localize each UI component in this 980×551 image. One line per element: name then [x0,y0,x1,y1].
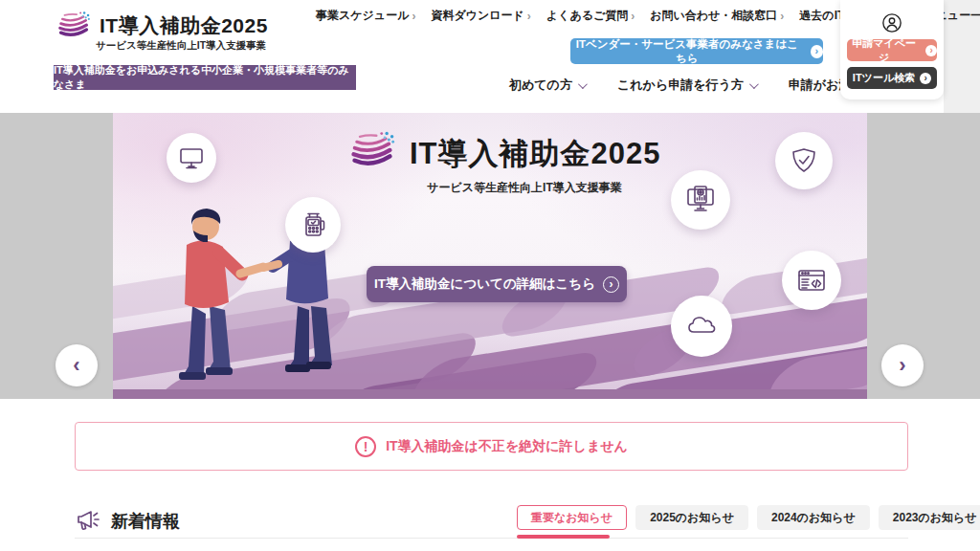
site-subtitle: サービス等生産性向上IT導入支援事業 [96,39,345,53]
active-tab-indicator [517,535,610,539]
audience-nav-apply[interactable]: これから申請を行う方 [617,77,756,94]
utility-panel: 申請マイページ › ITツール検索 › [840,0,944,99]
pos-terminal-icon [285,197,341,253]
chevron-right-icon: › [780,10,784,23]
top-nav-downloads[interactable]: 資料ダウンロード › [431,8,530,24]
arrow-right-circle-icon: › [920,73,931,84]
top-nav-faq[interactable]: よくあるご質問 › [546,8,635,24]
news-section-header: 新着情報 [75,507,180,536]
tab-2024-news[interactable]: 2024のお知らせ [757,505,870,530]
cloud-icon [671,296,732,357]
swirl-logo-icon [54,8,94,44]
applicant-banner-button[interactable]: IT導入補助金をお申込みされる中小企業・小規模事業者等のみなさま [54,65,356,90]
fraud-warning-banner[interactable]: ! IT導入補助金は不正を絶対に許しません [75,422,908,471]
user-account-icon[interactable] [881,12,902,33]
chevron-right-icon: › [412,10,415,23]
swirl-logo-icon [343,126,402,176]
tab-2025-news[interactable]: 2025のお知らせ [635,505,748,530]
page: IT導入補助金2025 サービス等生産性向上IT導入支援事業 IT導入補助金をお… [0,0,980,551]
hero-detail-button[interactable]: IT導入補助金についての詳細はこちら › [367,266,627,302]
chevron-right-icon: › [527,10,531,23]
site-title: IT導入補助金2025 [100,12,268,39]
chevron-down-icon [578,79,588,89]
arrow-right-circle-icon: › [925,45,937,56]
megaphone-icon [75,507,101,536]
tab-2023-news[interactable]: 2023のお知らせ [879,505,980,530]
chevron-right-icon: › [631,10,635,23]
tool-search-button[interactable]: ITツール検索 › [847,67,937,89]
top-nav-schedule[interactable]: 事業スケジュール › [316,8,415,24]
vendor-button[interactable]: ITベンダー・サービス事業者のみなさまはこちら › [570,38,823,64]
hero-subtitle: サービス等生産性向上IT導入支援事業 [410,180,639,196]
arrow-right-icon: › [899,353,905,378]
news-section-title: 新着情報 [111,510,180,533]
arrow-right-circle-icon: › [811,45,823,58]
news-divider [75,538,908,539]
hero-carousel: IT導入補助金2025 サービス等生産性向上IT導入支援事業 IT導入補助金につ… [0,113,980,399]
site-header: IT導入補助金2025 サービス等生産性向上IT導入支援事業 IT導入補助金をお… [0,0,980,113]
chevron-down-icon [749,79,759,89]
carousel-next-button[interactable]: › [881,344,924,386]
exclamation-circle-icon: ! [355,436,376,457]
monitor-chart-icon [671,170,730,230]
audience-nav-first-time[interactable]: 初めての方 [509,77,585,94]
tab-important-news[interactable]: 重要なお知らせ [517,505,627,530]
carousel-prev-button[interactable]: ‹ [56,344,98,386]
arrow-right-circle-icon: › [603,276,619,293]
mypage-button[interactable]: 申請マイページ › [847,39,937,61]
shield-check-icon [775,132,833,189]
hero-title: IT導入補助金2025 [410,134,661,174]
top-nav-contact[interactable]: お問い合わせ・相談窓口 › [650,8,784,24]
browser-code-icon [782,251,841,310]
fraud-warning-text: IT導入補助金は不正を絶対に許しません [386,438,628,455]
arrow-left-icon: ‹ [73,353,79,378]
monitor-icon [167,133,216,183]
hero-slide: IT導入補助金2025 サービス等生産性向上IT導入支援事業 IT導入補助金につ… [113,113,867,399]
news-tabs: 重要なお知らせ 2025のお知らせ 2024のお知らせ 2023のお知らせ [517,505,980,530]
handshake-people-illustration [146,172,376,392]
